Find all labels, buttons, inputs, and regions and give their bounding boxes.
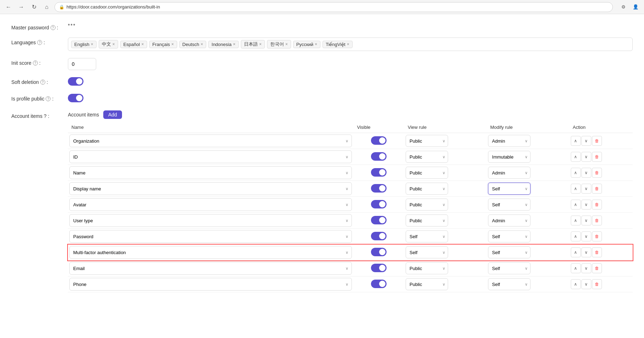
modify-rule-select[interactable]: Admin Public Admin Self Immutable [488, 135, 530, 147]
modify-rule-select[interactable]: Self Public Admin Self Immutable [488, 183, 530, 195]
tag-close-icon[interactable]: × [141, 42, 144, 47]
visible-toggle[interactable] [371, 280, 387, 288]
extensions-button[interactable]: ⚙ [619, 2, 628, 12]
modify-rule-select[interactable]: Admin Public Admin Self Immutable [488, 167, 530, 179]
delete-button[interactable]: 🗑 [592, 168, 602, 178]
name-select[interactable]: Display name [69, 182, 352, 195]
soft-deletion-toggle[interactable] [68, 77, 83, 86]
delete-button[interactable]: 🗑 [592, 136, 602, 146]
move-up-button[interactable]: ∧ [571, 231, 581, 241]
visible-toggle[interactable] [371, 152, 387, 161]
profile-public-toggle[interactable] [68, 94, 83, 102]
name-select[interactable]: Organization [69, 134, 352, 147]
visible-toggle[interactable] [371, 248, 387, 256]
add-account-item-button[interactable]: Add [103, 110, 122, 119]
move-down-button[interactable]: ∨ [581, 247, 591, 257]
move-up-button[interactable]: ∧ [571, 200, 581, 210]
move-up-button[interactable]: ∧ [571, 184, 581, 194]
move-up-button[interactable]: ∧ [571, 216, 581, 225]
delete-button[interactable]: 🗑 [592, 216, 602, 225]
soft-deletion-help-icon[interactable]: ? [40, 80, 45, 85]
action-buttons: ∧ ∨ 🗑 [571, 263, 631, 273]
view-rule-select[interactable]: Public Self Admin Immutable [406, 214, 448, 227]
name-select[interactable]: Phone [69, 278, 352, 291]
view-rule-select[interactable]: Public Self Admin Immutable [406, 135, 448, 147]
delete-button[interactable]: 🗑 [592, 263, 602, 273]
languages-help-icon[interactable]: ? [37, 40, 42, 45]
name-select[interactable]: Password [69, 230, 352, 243]
tag-close-icon[interactable]: × [233, 42, 236, 47]
view-rule-select[interactable]: Public Self Admin Immutable [406, 167, 448, 179]
modify-rule-select[interactable]: Immutable Public Admin Self Immutable [488, 151, 530, 163]
move-down-button[interactable]: ∨ [581, 200, 591, 210]
init-score-input[interactable] [68, 58, 96, 70]
tag-close-icon[interactable]: × [112, 42, 115, 47]
reload-button[interactable]: ↻ [29, 2, 39, 12]
move-down-button[interactable]: ∨ [581, 216, 591, 225]
move-down-button[interactable]: ∨ [581, 184, 591, 194]
tag-close-icon[interactable]: × [201, 42, 203, 47]
view-rule-select[interactable]: Public Self Admin Immutable [406, 183, 448, 195]
delete-button[interactable]: 🗑 [592, 231, 602, 241]
delete-button[interactable]: 🗑 [592, 184, 602, 194]
visible-toggle[interactable] [371, 184, 387, 193]
master-password-help-icon[interactable]: ? [51, 25, 56, 30]
move-up-button[interactable]: ∧ [571, 152, 581, 162]
view-rule-select[interactable]: Self Self Admin Immutable [406, 246, 448, 258]
home-button[interactable]: ⌂ [42, 2, 52, 12]
languages-tags-container[interactable]: English×中文×Español×Français×Deutsch×Indo… [68, 38, 633, 51]
tag-close-icon[interactable]: × [285, 42, 288, 47]
init-score-help-icon[interactable]: ? [33, 61, 38, 65]
modify-rule-select[interactable]: Self Public Admin Self Immutable [488, 246, 530, 258]
move-up-button[interactable]: ∧ [571, 136, 581, 146]
move-down-button[interactable]: ∨ [581, 136, 591, 146]
visible-toggle[interactable] [371, 168, 387, 177]
move-up-button[interactable]: ∧ [571, 279, 581, 289]
visible-toggle[interactable] [371, 232, 387, 240]
move-up-button[interactable]: ∧ [571, 263, 581, 273]
visible-toggle[interactable] [371, 264, 387, 272]
name-select[interactable]: User type [69, 214, 352, 227]
view-rule-select[interactable]: Public Self Admin Immutable [406, 199, 448, 211]
name-select[interactable]: Name [69, 166, 352, 179]
profile-button[interactable]: 👤 [631, 2, 640, 12]
delete-button[interactable]: 🗑 [592, 200, 602, 210]
move-up-button[interactable]: ∧ [571, 168, 581, 178]
name-select[interactable]: ID [69, 150, 352, 163]
visible-toggle[interactable] [371, 216, 387, 224]
delete-button[interactable]: 🗑 [592, 247, 602, 257]
move-down-button[interactable]: ∨ [581, 263, 591, 273]
view-rule-select[interactable]: Public Self Admin Immutable [406, 151, 448, 163]
visible-toggle[interactable] [371, 200, 387, 208]
profile-public-help-icon[interactable]: ? [46, 96, 51, 101]
modify-rule-select[interactable]: Self Public Admin Self Immutable [488, 199, 530, 211]
tag-close-icon[interactable]: × [91, 42, 93, 47]
view-rule-select[interactable]: Public Self Admin Immutable [406, 262, 448, 274]
tag-close-icon[interactable]: × [172, 42, 174, 47]
move-up-button[interactable]: ∧ [571, 247, 581, 257]
view-rule-select-wrap: Public Self Admin Immutable [406, 262, 448, 274]
move-down-button[interactable]: ∨ [581, 168, 591, 178]
forward-button[interactable]: → [16, 2, 26, 12]
view-rule-select[interactable]: Public Self Admin Immutable [406, 278, 448, 290]
modify-rule-select[interactable]: Self Public Admin Self Immutable [488, 230, 530, 242]
visible-toggle[interactable] [371, 136, 387, 145]
move-down-button[interactable]: ∨ [581, 152, 591, 162]
move-down-button[interactable]: ∨ [581, 279, 591, 289]
address-bar[interactable]: 🔒 https://door.casdoor.com/organizations… [54, 2, 613, 12]
name-select[interactable]: Multi-factor authentication [69, 246, 352, 259]
delete-button[interactable]: 🗑 [592, 152, 602, 162]
modify-rule-select[interactable]: Self Public Admin Self Immutable [488, 278, 530, 290]
tag-close-icon[interactable]: × [259, 42, 262, 47]
view-rule-select[interactable]: Self Self Admin Immutable [406, 230, 448, 242]
account-items-help-icon[interactable]: ? [44, 113, 47, 119]
tag-close-icon[interactable]: × [347, 42, 349, 47]
tag-close-icon[interactable]: × [315, 42, 317, 47]
name-select[interactable]: Email [69, 262, 352, 275]
modify-rule-select[interactable]: Admin Public Admin Self Immutable [488, 214, 530, 227]
modify-rule-select[interactable]: Self Public Admin Self Immutable [488, 262, 530, 274]
move-down-button[interactable]: ∨ [581, 231, 591, 241]
back-button[interactable]: ← [4, 2, 13, 12]
delete-button[interactable]: 🗑 [592, 279, 602, 289]
name-select[interactable]: Avatar [69, 198, 352, 211]
